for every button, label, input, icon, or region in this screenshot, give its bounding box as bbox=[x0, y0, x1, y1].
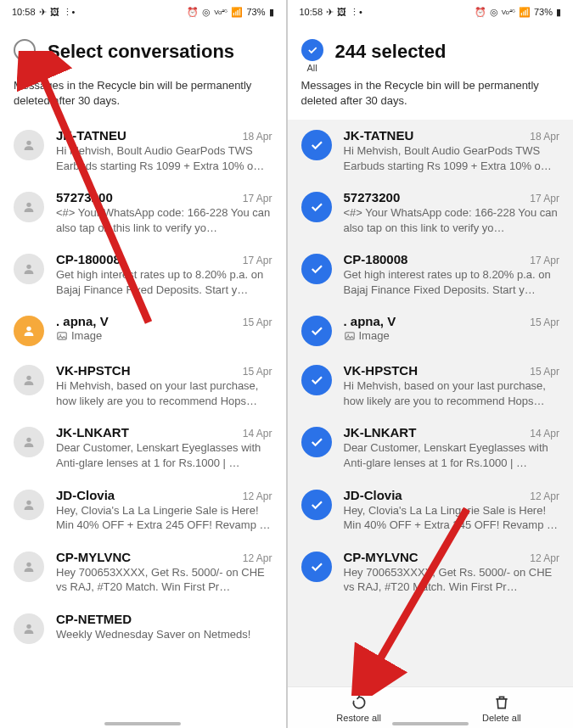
battery-icon: ▮ bbox=[556, 7, 561, 18]
phone-left: 10:58 ✈ 🖼 ⋮• ⏰ ◎ Vo⁴ᴳ 📶 73% ▮ All Select… bbox=[0, 0, 287, 728]
status-bar: 10:58 ✈ 🖼 ⋮• ⏰ ◎ Vo⁴ᴳ 📶 73% ▮ bbox=[288, 0, 574, 24]
svg-point-6 bbox=[26, 376, 31, 380]
message-preview: Dear Customer, Lenskart Eyeglasses with … bbox=[344, 440, 560, 470]
item-body: JD-Clovia12 AprHey, Clovia's La La Linge… bbox=[344, 488, 560, 533]
checkbox-checked-icon bbox=[301, 39, 323, 61]
item-body: . apna, V15 AprImage bbox=[344, 314, 560, 342]
sender-name: CP-MYLVNC bbox=[344, 550, 419, 564]
more-icon: ⋮• bbox=[63, 7, 76, 18]
conversation-item[interactable]: 5727320017 Apr<#> Your WhatsApp code: 16… bbox=[288, 182, 574, 244]
conversation-item[interactable]: CP-MYLVNC12 AprHey 700653XXXX, Get Rs. 5… bbox=[0, 541, 286, 603]
selected-check-icon bbox=[301, 427, 332, 457]
svg-rect-11 bbox=[345, 333, 354, 339]
recycle-notice: Messages in the Recycle bin will be perm… bbox=[288, 78, 574, 120]
message-preview: Dear Customer, Lenskart Eyeglasses with … bbox=[56, 440, 272, 470]
message-preview: Get high interest rates up to 8.20% p.a.… bbox=[56, 267, 272, 297]
all-label: All bbox=[20, 63, 30, 73]
message-preview: Hi Mehvish, based on your last purchase,… bbox=[56, 378, 272, 408]
conversation-item[interactable]: JD-Clovia12 AprHey, Clovia's La La Linge… bbox=[288, 479, 574, 541]
message-preview: <#> Your WhatsApp code: 166-228 You can … bbox=[56, 205, 272, 235]
restore-label: Restore all bbox=[336, 713, 381, 723]
all-label: All bbox=[306, 63, 317, 73]
message-date: 17 Apr bbox=[530, 193, 559, 204]
conversation-item[interactable]: JK-TATNEU18 AprHi Mehvish, Boult Audio G… bbox=[0, 120, 286, 182]
trash-icon bbox=[493, 694, 510, 711]
more-icon: ⋮• bbox=[350, 7, 362, 18]
item-body: CP-MYLVNC12 AprHey 700653XXXX, Get Rs. 5… bbox=[344, 550, 560, 595]
gallery-icon: 🖼 bbox=[50, 7, 59, 17]
recycle-notice: Messages in the Recycle bin will be perm… bbox=[0, 78, 286, 120]
telegram-icon: ✈ bbox=[39, 7, 47, 18]
item-body: JK-LNKART14 AprDear Customer, Lenskart E… bbox=[344, 425, 560, 470]
selected-check-icon bbox=[301, 316, 332, 346]
conversation-item[interactable]: JK-LNKART14 AprDear Customer, Lenskart E… bbox=[0, 417, 286, 479]
select-all-toggle[interactable]: All bbox=[301, 39, 323, 73]
status-time: 10:58 bbox=[300, 7, 323, 17]
checkbox-empty-icon bbox=[14, 39, 36, 61]
conversation-item[interactable]: . apna, V15 AprImage bbox=[288, 305, 574, 355]
selected-check-icon bbox=[301, 365, 332, 395]
conversation-item[interactable]: CP-NETMEDWeekly Wednesday Saver on Netme… bbox=[0, 603, 286, 652]
selected-check-icon bbox=[301, 192, 332, 222]
status-time: 10:58 bbox=[12, 7, 36, 17]
message-preview: Hi Mehvish, based on your last purchase,… bbox=[344, 378, 560, 408]
message-preview: Hi Mehvish, Boult Audio GearPods TWS Ear… bbox=[344, 143, 560, 173]
message-date: 12 Apr bbox=[530, 552, 559, 564]
contact-avatar bbox=[14, 490, 44, 520]
nav-pill[interactable] bbox=[104, 722, 181, 725]
page-title: Select conversations bbox=[48, 39, 234, 63]
conversation-item[interactable]: VK-HPSTCH15 AprHi Mehvish, based on your… bbox=[288, 355, 574, 417]
message-date: 14 Apr bbox=[530, 428, 559, 440]
conversation-item[interactable]: JK-TATNEU18 AprHi Mehvish, Boult Audio G… bbox=[288, 120, 574, 182]
nav-pill[interactable] bbox=[392, 722, 469, 725]
message-preview: Get high interest rates up to 8.20% p.a.… bbox=[344, 267, 560, 297]
selected-check-icon bbox=[301, 490, 332, 520]
item-body: CP-18000817 AprGet high interest rates u… bbox=[344, 252, 560, 297]
conversation-list[interactable]: JK-TATNEU18 AprHi Mehvish, Boult Audio G… bbox=[0, 120, 286, 728]
item-body: CP-NETMEDWeekly Wednesday Saver on Netme… bbox=[56, 612, 272, 642]
svg-rect-4 bbox=[58, 333, 67, 339]
item-body: 5727320017 Apr<#> Your WhatsApp code: 16… bbox=[344, 190, 560, 235]
volte-icon: Vo⁴ᴳ bbox=[502, 8, 515, 16]
select-all-toggle[interactable]: All bbox=[14, 39, 36, 73]
conversation-item[interactable]: JK-LNKART14 AprDear Customer, Lenskart E… bbox=[288, 417, 574, 479]
conversation-item[interactable]: JD-Clovia12 AprHey, Clovia's La La Linge… bbox=[0, 479, 286, 541]
sender-name: JK-TATNEU bbox=[344, 128, 414, 143]
contact-avatar bbox=[14, 130, 44, 160]
item-body: VK-HPSTCH15 AprHi Mehvish, based on your… bbox=[344, 363, 560, 408]
svg-point-8 bbox=[26, 500, 31, 504]
battery-text: 73% bbox=[534, 7, 553, 17]
svg-point-9 bbox=[26, 562, 31, 566]
sender-name: JK-TATNEU bbox=[56, 128, 126, 143]
message-date: 17 Apr bbox=[530, 255, 559, 266]
telegram-icon: ✈ bbox=[326, 7, 334, 18]
alarm-icon: ⏰ bbox=[475, 7, 486, 18]
sender-name: CP-MYLVNC bbox=[56, 550, 131, 564]
contact-avatar bbox=[14, 365, 44, 395]
conversation-list[interactable]: JK-TATNEU18 AprHi Mehvish, Boult Audio G… bbox=[288, 120, 574, 686]
item-body: JK-TATNEU18 AprHi Mehvish, Boult Audio G… bbox=[344, 128, 560, 173]
item-body: JD-Clovia12 AprHey, Clovia's La La Linge… bbox=[56, 488, 272, 533]
contact-avatar bbox=[14, 552, 44, 582]
contact-avatar bbox=[14, 427, 44, 457]
message-preview: Hey, Clovia's La La Lingerie Sale is Her… bbox=[344, 503, 560, 533]
sender-name: . apna, V bbox=[56, 314, 109, 328]
conversation-item[interactable]: VK-HPSTCH15 AprHi Mehvish, based on your… bbox=[0, 355, 286, 417]
message-preview: Hey 700653XXXX, Get Rs. 5000/- on CHE vs… bbox=[56, 565, 272, 595]
sender-name: . apna, V bbox=[344, 314, 396, 328]
message-preview-image: Image bbox=[344, 329, 560, 342]
conversation-item[interactable]: CP-MYLVNC12 AprHey 700653XXXX, Get Rs. 5… bbox=[288, 541, 574, 603]
contact-avatar bbox=[14, 254, 44, 284]
item-body: CP-18000817 AprGet high interest rates u… bbox=[56, 252, 272, 297]
conversation-item[interactable]: . apna, V15 AprImage bbox=[0, 305, 286, 355]
item-body: JK-TATNEU18 AprHi Mehvish, Boult Audio G… bbox=[56, 128, 272, 173]
volte-icon: Vo⁴ᴳ bbox=[214, 8, 228, 16]
conversation-item[interactable]: CP-18000817 AprGet high interest rates u… bbox=[0, 244, 286, 305]
signal-icon: 📶 bbox=[231, 7, 243, 18]
sender-name: 57273200 bbox=[56, 190, 113, 204]
conversation-item[interactable]: CP-18000817 AprGet high interest rates u… bbox=[288, 244, 574, 305]
selected-check-icon bbox=[301, 254, 332, 284]
conversation-item[interactable]: 5727320017 Apr<#> Your WhatsApp code: 16… bbox=[0, 182, 286, 244]
message-date: 18 Apr bbox=[530, 131, 559, 143]
svg-point-10 bbox=[26, 624, 31, 628]
